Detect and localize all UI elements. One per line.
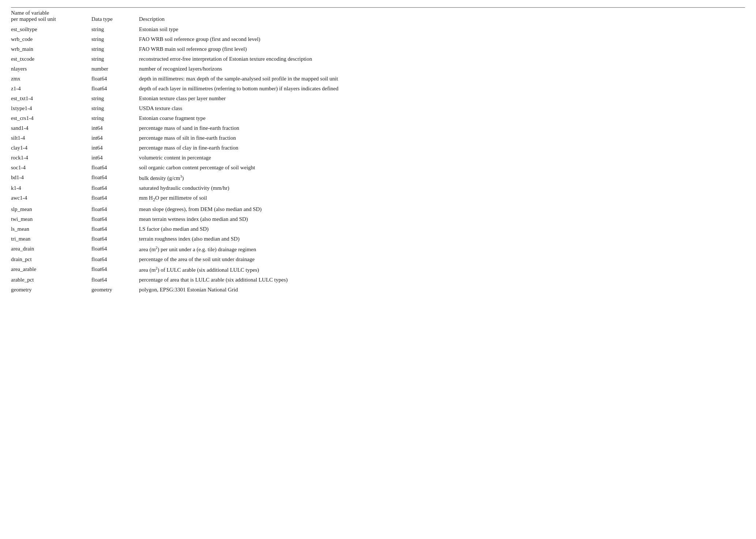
variable-name: zmx [11, 74, 91, 84]
table-row: silt1-4int64percentage mass of silt in f… [11, 133, 745, 143]
variable-name: slp_mean [11, 204, 91, 214]
variable-description: FAO WRB main soil reference group (first… [139, 44, 745, 54]
variable-name: wrb_main [11, 44, 91, 54]
variable-type: string [91, 34, 139, 44]
variable-description: percentage of the area of the soil unit … [139, 255, 745, 264]
variable-description: FAO WRB soil reference group (first and … [139, 34, 745, 44]
table-row: arable_pctfloat64percentage of area that… [11, 275, 745, 285]
variable-name: lxtype1-4 [11, 103, 91, 113]
variable-type: geometry [91, 285, 139, 295]
variable-type: float64 [91, 163, 139, 173]
variable-description: mean terrain wetness index (also median … [139, 214, 745, 224]
variable-type: float64 [91, 193, 139, 204]
table-row: awc1-4float64mm H2O per millimetre of so… [11, 193, 745, 204]
variable-description: percentage mass of silt in fine-earth fr… [139, 133, 745, 143]
variable-description: volumetric content in percentage [139, 153, 745, 163]
variable-name: tri_mean [11, 234, 91, 244]
variable-type: number [91, 64, 139, 74]
variable-type: int64 [91, 123, 139, 133]
variable-description: mm H2O per millimetre of soil [139, 193, 745, 204]
table-row: bd1-4float64bulk density (g/cm3) [11, 173, 745, 183]
table-row: geometrygeometrypolygon, EPSG:3301 Eston… [11, 285, 745, 295]
variable-name: est_txt1-4 [11, 94, 91, 103]
variable-description: area (m2) per unit under a (e.g. tile) d… [139, 244, 745, 255]
variable-description: percentage mass of clay in fine-earth fr… [139, 143, 745, 153]
variable-type: float64 [91, 275, 139, 285]
table-row: slp_meanfloat64mean slope (degrees), fro… [11, 204, 745, 214]
variable-type: float64 [91, 264, 139, 275]
variable-description: Estonian coarse fragment type [139, 113, 745, 123]
table-row: area_drainfloat64area (m2) per unit unde… [11, 244, 745, 255]
variable-name: sand1-4 [11, 123, 91, 133]
variable-description: saturated hydraulic conductivity (mm/hr) [139, 183, 745, 193]
variable-name: awc1-4 [11, 193, 91, 204]
variable-type: float64 [91, 224, 139, 234]
variable-name: clay1-4 [11, 143, 91, 153]
soil-variables-table: Name of variableper mapped soil unit Dat… [11, 7, 745, 295]
variable-name: area_arable [11, 264, 91, 275]
table-row: wrb_mainstringFAO WRB main soil referenc… [11, 44, 745, 54]
table-row: ls_meanfloat64LS factor (also median and… [11, 224, 745, 234]
table-row: soc1-4float64soil organic carbon content… [11, 163, 745, 173]
variable-type: float64 [91, 204, 139, 214]
variable-name: soc1-4 [11, 163, 91, 173]
table-row: clay1-4int64percentage mass of clay in f… [11, 143, 745, 153]
table-row: nlayersnumbernumber of recognized layers… [11, 64, 745, 74]
table-row: twi_meanfloat64mean terrain wetness inde… [11, 214, 745, 224]
main-table-container: Name of variableper mapped soil unit Dat… [11, 7, 745, 295]
table-row: est_txt1-4stringEstonian texture class p… [11, 94, 745, 103]
variable-type: float64 [91, 244, 139, 255]
variable-description: number of recognized layers/horizons [139, 64, 745, 74]
col-header-name: Name of variableper mapped soil unit [11, 8, 91, 25]
table-row: area_arablefloat64area (m2) of LULC arab… [11, 264, 745, 275]
variable-description: polygon, EPSG:3301 Estonian National Gri… [139, 285, 745, 295]
variable-description: depth in millimetres: max depth of the s… [139, 74, 745, 84]
variable-description: area (m2) of LULC arable (six additional… [139, 264, 745, 275]
variable-type: int64 [91, 143, 139, 153]
variable-type: string [91, 24, 139, 34]
variable-description: terrain roughness index (also median and… [139, 234, 745, 244]
variable-name: twi_mean [11, 214, 91, 224]
variable-description: depth of each layer in millimetres (refe… [139, 84, 745, 94]
variable-type: int64 [91, 133, 139, 143]
col-header-desc: Description [139, 8, 745, 25]
variable-name: bd1-4 [11, 173, 91, 183]
table-row: tri_meanfloat64terrain roughness index (… [11, 234, 745, 244]
variable-name: k1-4 [11, 183, 91, 193]
variable-description: Estonian soil type [139, 24, 745, 34]
variable-type: string [91, 94, 139, 103]
variable-name: ls_mean [11, 224, 91, 234]
variable-description: Estonian texture class per layer number [139, 94, 745, 103]
variable-description: LS factor (also median and SD) [139, 224, 745, 234]
table-row: z1-4float64depth of each layer in millim… [11, 84, 745, 94]
variable-type: string [91, 54, 139, 64]
variable-name: est_crs1-4 [11, 113, 91, 123]
variable-name: nlayers [11, 64, 91, 74]
variable-name: silt1-4 [11, 133, 91, 143]
variable-description: mean slope (degrees), from DEM (also med… [139, 204, 745, 214]
variable-type: string [91, 103, 139, 113]
table-row: lxtype1-4stringUSDA texture class [11, 103, 745, 113]
variable-type: int64 [91, 153, 139, 163]
table-row: drain_pctfloat64percentage of the area o… [11, 255, 745, 264]
variable-name: z1-4 [11, 84, 91, 94]
variable-type: float64 [91, 214, 139, 224]
variable-type: string [91, 44, 139, 54]
table-row: sand1-4int64percentage mass of sand in f… [11, 123, 745, 133]
variable-name: geometry [11, 285, 91, 295]
variable-description: bulk density (g/cm3) [139, 173, 745, 183]
variable-description: reconstructed error-free interpretation … [139, 54, 745, 64]
variable-name: area_drain [11, 244, 91, 255]
variable-type: float64 [91, 183, 139, 193]
col-header-type: Data type [91, 8, 139, 25]
table-row: wrb_codestringFAO WRB soil reference gro… [11, 34, 745, 44]
variable-name: est_txcode [11, 54, 91, 64]
table-row: est_crs1-4stringEstonian coarse fragment… [11, 113, 745, 123]
variable-description: USDA texture class [139, 103, 745, 113]
table-row: rock1-4int64volumetric content in percen… [11, 153, 745, 163]
table-row: k1-4float64saturated hydraulic conductiv… [11, 183, 745, 193]
variable-type: float64 [91, 173, 139, 183]
variable-name: arable_pct [11, 275, 91, 285]
variable-type: float64 [91, 84, 139, 94]
variable-type: float64 [91, 234, 139, 244]
